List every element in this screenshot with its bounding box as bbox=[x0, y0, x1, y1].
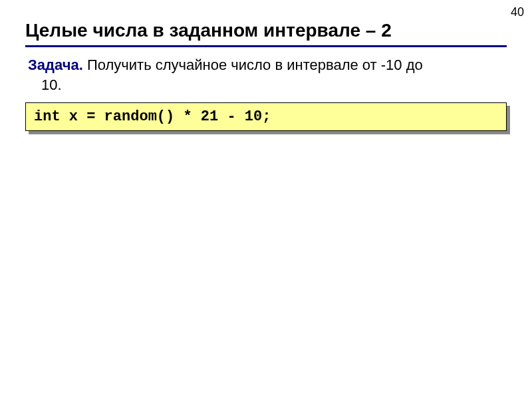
slide-title: Целые числа в заданном интервале – 2 bbox=[25, 20, 507, 47]
task-label: Задача. bbox=[28, 57, 83, 73]
task-text-line2: 10. bbox=[28, 75, 507, 95]
code-block: int x = random() * 21 - 10; bbox=[25, 102, 507, 131]
task-paragraph: Задача. Получить случайное число в интер… bbox=[25, 55, 507, 94]
page-number: 40 bbox=[511, 5, 524, 19]
slide-content: Целые числа в заданном интервале – 2 Зад… bbox=[0, 0, 532, 151]
code-block-wrapper: int x = random() * 21 - 10; bbox=[25, 102, 507, 131]
task-text-line1: Получить случайное число в интервале от … bbox=[83, 57, 423, 73]
